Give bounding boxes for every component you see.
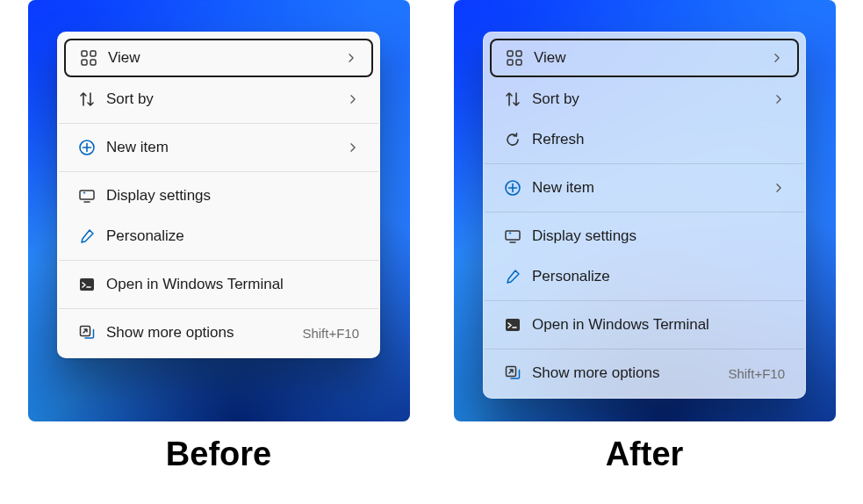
before-panel: ViewSort byNew itemDisplay settingsPerso… [28,0,410,473]
newitem-icon [78,139,103,156]
menu-item-show-more-options[interactable]: Show more optionsShift+F10 [62,313,375,353]
grid-icon [80,49,104,67]
menu-item-open-in-windows-terminal[interactable]: Open in Windows Terminal [62,264,375,305]
terminal-icon [78,276,103,293]
menu-item-label: Show more options [106,324,302,342]
menu-separator [485,300,804,301]
menu-item-label: Refresh [532,131,785,148]
chevron-right-icon [345,52,357,64]
menu-item-label: View [534,49,771,67]
menu-item-personalize[interactable]: Personalize [488,256,801,297]
menu-item-shortcut: Shift+F10 [728,366,785,381]
menu-separator [59,308,378,309]
before-screenshot: ViewSort byNew itemDisplay settingsPerso… [28,0,410,421]
menu-item-display-settings[interactable]: Display settings [62,176,375,216]
brush-icon [504,268,529,285]
menu-separator [485,349,804,349]
menu-item-label: New item [106,139,347,156]
chevron-right-icon [773,182,785,194]
before-caption: Before [166,436,271,473]
chevron-right-icon [771,52,783,64]
menu-item-label: New item [532,179,773,197]
menu-separator [59,123,378,124]
after-screenshot: ViewSort byRefreshNew itemDisplay settin… [454,0,836,421]
showmore-icon [78,324,103,342]
sort-icon [78,90,103,108]
menu-separator [485,212,804,212]
menu-item-label: Open in Windows Terminal [532,316,785,334]
context-menu-after: ViewSort byRefreshNew itemDisplay settin… [483,32,806,399]
comparison-container: ViewSort byNew itemDisplay settingsPerso… [0,0,863,473]
menu-item-label: Open in Windows Terminal [106,276,359,293]
menu-item-refresh[interactable]: Refresh [488,119,801,160]
menu-item-label: Display settings [106,187,359,205]
menu-separator [59,171,378,172]
menu-item-open-in-windows-terminal[interactable]: Open in Windows Terminal [488,305,801,345]
menu-item-display-settings[interactable]: Display settings [488,216,801,256]
after-caption: After [606,436,684,473]
menu-separator [59,260,378,261]
after-panel: ViewSort byRefreshNew itemDisplay settin… [454,0,836,473]
menu-item-new-item[interactable]: New item [62,127,375,168]
chevron-right-icon [347,141,359,154]
menu-item-shortcut: Shift+F10 [302,326,359,341]
sort-icon [504,90,529,108]
menu-item-sort-by[interactable]: Sort by [62,79,375,119]
menu-item-label: Sort by [106,90,347,108]
refresh-icon [504,131,529,148]
menu-item-new-item[interactable]: New item [488,168,801,208]
display-icon [78,187,103,205]
newitem-icon [504,179,529,197]
showmore-icon [504,364,529,382]
menu-item-personalize[interactable]: Personalize [62,216,375,256]
menu-item-label: View [108,49,345,67]
menu-item-label: Personalize [532,268,785,285]
menu-item-view[interactable]: View [64,39,373,77]
menu-item-show-more-options[interactable]: Show more optionsShift+F10 [488,353,801,393]
menu-item-label: Show more options [532,364,728,382]
menu-item-label: Sort by [532,90,773,108]
menu-item-sort-by[interactable]: Sort by [488,79,801,119]
chevron-right-icon [347,93,359,105]
menu-separator [485,163,804,164]
menu-item-label: Personalize [106,227,359,245]
context-menu-before: ViewSort byNew itemDisplay settingsPerso… [57,32,380,358]
chevron-right-icon [773,93,785,105]
grid-icon [506,49,530,67]
display-icon [504,227,529,245]
menu-item-label: Display settings [532,227,785,245]
brush-icon [78,227,103,245]
terminal-icon [504,316,529,334]
menu-item-view[interactable]: View [490,39,799,77]
